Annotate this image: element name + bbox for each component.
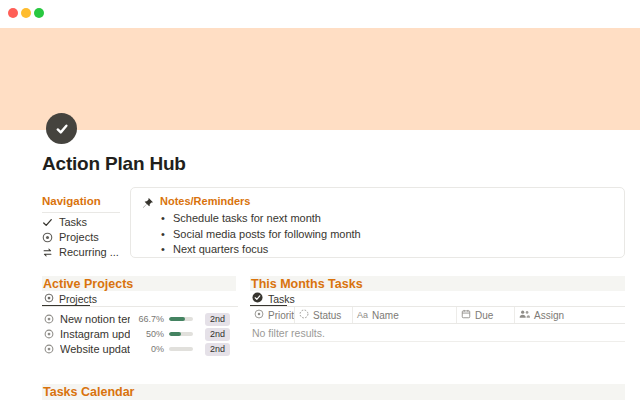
- tab-tasks[interactable]: Tasks: [252, 292, 295, 305]
- tab-projects[interactable]: Projects: [44, 292, 97, 305]
- minimize-window-button[interactable]: [21, 8, 31, 18]
- column-header-assign[interactable]: Assign: [515, 307, 625, 323]
- column-header-priority[interactable]: Priority: [250, 307, 295, 323]
- status-icon: [299, 309, 309, 321]
- project-progress-percent: 0%: [130, 344, 164, 354]
- project-badge[interactable]: 2nd: [205, 343, 230, 356]
- project-badge[interactable]: 2nd: [205, 328, 230, 341]
- project-row[interactable]: Instagram update 50% 2nd: [42, 327, 230, 341]
- column-header-name[interactable]: Aa Name: [353, 307, 457, 323]
- nav-item-label: Projects: [59, 231, 99, 243]
- navigation-heading: Navigation: [42, 195, 101, 207]
- recurring-icon: [42, 247, 53, 258]
- column-header-status[interactable]: Status: [295, 307, 353, 323]
- target-icon: [42, 232, 53, 243]
- projects-active-tab-underline: [42, 305, 90, 306]
- project-badge[interactable]: 2nd: [205, 313, 230, 326]
- page-title: Action Plan Hub: [42, 153, 186, 175]
- navigation-divider: [42, 212, 120, 213]
- project-row[interactable]: New notion template 66.7% 2nd: [42, 312, 230, 326]
- empty-results-text: No filter results.: [252, 327, 325, 339]
- text-icon: Aa: [357, 310, 368, 320]
- projects-tab-divider: [42, 306, 238, 307]
- project-name[interactable]: Website update: [60, 343, 130, 355]
- nav-item-label: Tasks: [59, 216, 87, 228]
- nav-item-projects[interactable]: Projects: [42, 230, 99, 244]
- target-icon: [44, 344, 54, 354]
- project-progress-percent: 50%: [130, 329, 164, 339]
- tasks-table-header: Priority Status Aa Name Due Assign: [250, 307, 625, 324]
- target-icon: [44, 314, 54, 324]
- nav-item-tasks[interactable]: Tasks: [42, 215, 87, 229]
- tasks-calendar-heading: Tasks Calendar: [42, 385, 134, 399]
- progress-bar: [169, 317, 193, 321]
- callout-bullet: Social media posts for following month: [160, 227, 361, 243]
- priority-icon: [254, 309, 264, 321]
- project-progress-percent: 66.7%: [130, 314, 164, 324]
- project-name[interactable]: Instagram update: [60, 328, 130, 340]
- calendar-icon: [461, 309, 471, 321]
- close-window-button[interactable]: [8, 8, 18, 18]
- active-projects-heading-band: Active Projects: [42, 276, 236, 291]
- progress-bar: [169, 332, 193, 336]
- zoom-window-button[interactable]: [34, 8, 44, 18]
- window-titlebar: [0, 0, 640, 28]
- tab-label: Tasks: [268, 293, 295, 305]
- tasks-calendar-heading-band: Tasks Calendar: [42, 384, 625, 400]
- check-icon: [42, 217, 53, 228]
- target-icon: [44, 329, 54, 339]
- page-check-circle-icon[interactable]: [46, 113, 77, 144]
- progress-bar: [169, 347, 193, 351]
- column-label: Priority: [268, 310, 295, 321]
- table-row-divider: [250, 341, 625, 342]
- callout-bullet-list: Schedule tasks for next month Social med…: [160, 211, 361, 258]
- column-label: Status: [313, 310, 341, 321]
- column-label: Assign: [534, 310, 564, 321]
- column-label: Due: [475, 310, 493, 321]
- nav-item-recurring[interactable]: Recurring ...: [42, 245, 119, 259]
- active-projects-heading: Active Projects: [42, 277, 133, 291]
- column-label: Name: [372, 310, 399, 321]
- months-tasks-heading-band: This Months Tasks: [250, 276, 625, 291]
- callout-bullet: Schedule tasks for next month: [160, 211, 361, 227]
- people-icon: [519, 309, 530, 321]
- notes-reminders-callout: Notes/Reminders Schedule tasks for next …: [130, 187, 625, 258]
- pushpin-icon: [142, 195, 154, 213]
- target-icon: [44, 293, 54, 305]
- check-circle-icon: [252, 292, 263, 305]
- page-cover: [0, 28, 640, 130]
- callout-title: Notes/Reminders: [160, 195, 250, 207]
- months-tasks-heading: This Months Tasks: [250, 277, 363, 291]
- project-row[interactable]: Website update 0% 2nd: [42, 342, 230, 356]
- nav-item-label: Recurring ...: [59, 246, 119, 258]
- project-name[interactable]: New notion template: [60, 313, 130, 325]
- callout-bullet: Next quarters focus: [160, 242, 361, 258]
- tab-label: Projects: [59, 293, 97, 305]
- column-header-due[interactable]: Due: [457, 307, 515, 323]
- tasks-active-tab-underline: [250, 305, 287, 306]
